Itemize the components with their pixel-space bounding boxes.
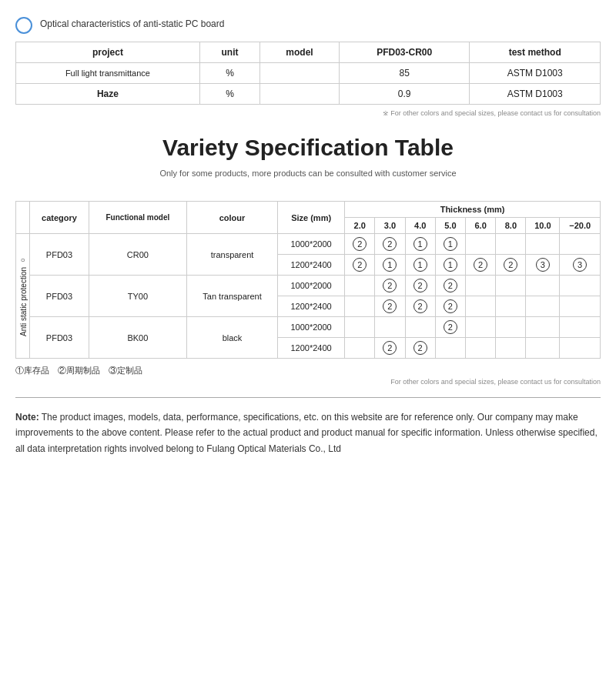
thickness-val: 1 [405,234,435,255]
thickness-val [345,296,375,317]
row-model [260,84,340,105]
category-cell: PFD03 [30,317,89,359]
category-cell: PFD03 [30,276,89,317]
row-value: 85 [339,63,470,84]
thickness-val [466,276,496,296]
thickness-val: 1 [435,234,465,255]
thickness-val: 1 [405,255,435,276]
functional-model-cell: TY00 [89,276,186,317]
thickness-val [560,276,601,296]
col-th-6: 6.0 [466,218,496,234]
thickness-val [526,296,560,317]
size-cell: 1000*2000 [278,234,345,255]
thickness-val [496,317,526,338]
legend-footnote: For other colors and special sizes, plea… [15,378,601,386]
thickness-val: 2 [435,276,465,296]
thickness-val [560,234,601,255]
thickness-val [496,296,526,317]
thickness-val: 2 [435,296,465,317]
thickness-val: 3 [526,255,560,276]
col-th-8: 8.0 [496,218,526,234]
functional-model-cell: CR00 [89,234,186,276]
category-cell: PFD03 [30,234,89,276]
optical-table: project unit model PFD03-CR00 test metho… [15,42,601,105]
thickness-val: 1 [375,255,405,276]
thickness-val: 2 [345,234,375,255]
thickness-val: 1 [435,255,465,276]
thickness-val: 2 [375,338,405,359]
col-functional-model: Functional model [89,202,186,234]
variety-subtext: Only for some products, more products ca… [15,169,601,178]
size-cell: 1000*2000 [278,317,345,338]
thickness-val [345,317,375,338]
col-category: category [30,202,89,234]
functional-model-cell: BK00 [89,317,186,359]
note-label: Note: [15,412,39,423]
col-model: model [260,42,340,63]
thickness-val: 2 [375,276,405,296]
divider [15,397,601,398]
col-th-10: 10.0 [526,218,560,234]
legend-row: ①库存品 ②周期制品 ③定制品 [15,365,601,376]
thickness-val: 2 [466,255,496,276]
note-text: The product images, models, data, perfor… [15,412,598,454]
col-th-2: 2.0 [345,218,375,234]
thickness-val [466,338,496,359]
thickness-val [405,317,435,338]
thickness-val: 2 [435,317,465,338]
thickness-val [435,338,465,359]
size-cell: 1200*2400 [278,296,345,317]
thickness-val [560,338,601,359]
thickness-val: 2 [375,296,405,317]
thickness-val [560,317,601,338]
col-thickness-header: Thickness (mm) [345,202,601,218]
row-project: Haze [16,84,200,105]
thickness-val [466,317,496,338]
thickness-val [466,234,496,255]
thickness-val [496,338,526,359]
row-test: ASTM D1003 [470,84,601,105]
size-cell: 1200*2400 [278,338,345,359]
variety-heading: Variety Specification Table [15,132,601,162]
optical-title: Optical characteristics of anti-static P… [40,18,224,29]
col-size: Size (mm) [278,202,345,234]
col-unit: unit [199,42,259,63]
colour-cell: transparent [186,234,277,276]
col-project: project [16,42,200,63]
spec-table: category Functional model colour Size (m… [15,201,601,359]
thickness-val [526,338,560,359]
thickness-val [345,276,375,296]
thickness-val [496,276,526,296]
optical-footnote: ※ For other colors and special sizes, pl… [15,109,601,117]
spec-table-wrapper: category Functional model colour Size (m… [15,201,601,359]
thickness-val: 2 [405,296,435,317]
thickness-val [560,296,601,317]
thickness-val: 3 [560,255,601,276]
row-value: 0.9 [339,84,470,105]
thickness-val: 2 [496,255,526,276]
table-row: Haze % 0.9 ASTM D1003 [16,84,601,105]
size-cell: 1000*2000 [278,276,345,296]
col-th-20: −20.0 [560,218,601,234]
thickness-val [345,338,375,359]
col-th-3: 3.0 [375,218,405,234]
thickness-val: 2 [345,255,375,276]
thickness-val: 2 [405,338,435,359]
row-unit: % [199,84,259,105]
thickness-val: 2 [375,234,405,255]
row-model [260,63,340,84]
colour-cell: Tan transparent [186,276,277,317]
thickness-val: 2 [405,276,435,296]
row-project: Full light transmittance [16,63,200,84]
thickness-val [526,276,560,296]
col-side-label [16,202,30,234]
note-section: Note: The product images, models, data, … [15,409,601,456]
thickness-val [375,317,405,338]
circle-icon [15,17,32,34]
col-th-5: 5.0 [435,218,465,234]
col-pfd03: PFD03-CR00 [339,42,470,63]
thickness-val [526,317,560,338]
col-th-4: 4.0 [405,218,435,234]
side-label: Anti static protection ○ [16,234,30,359]
row-test: ASTM D1003 [470,63,601,84]
